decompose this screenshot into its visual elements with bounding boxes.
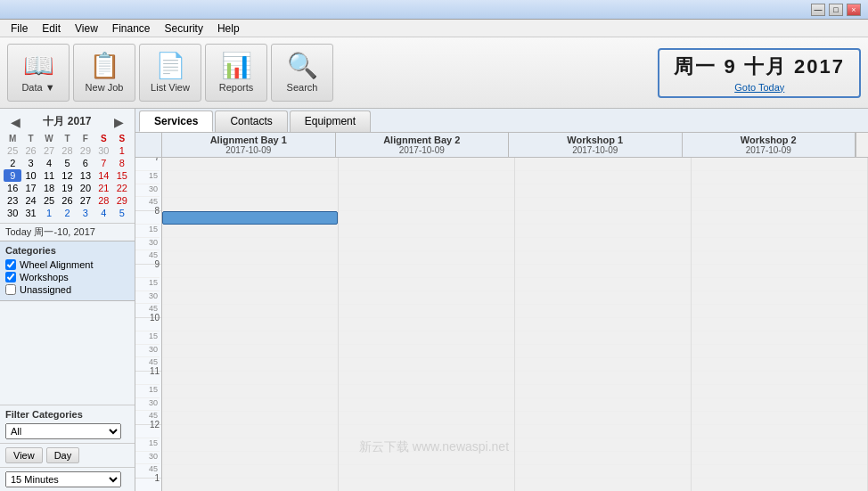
- calendar-day[interactable]: 28: [94, 194, 112, 207]
- quarter-slot[interactable]: [162, 305, 338, 318]
- quarter-slot[interactable]: [339, 225, 514, 238]
- quarter-slot[interactable]: [515, 251, 691, 265]
- quarter-slot[interactable]: [339, 479, 514, 491]
- calendar-day[interactable]: 3: [77, 207, 94, 219]
- quarter-slot[interactable]: [515, 238, 691, 251]
- calendar-day[interactable]: 29: [77, 144, 94, 157]
- quarter-slot[interactable]: [515, 438, 691, 452]
- calendar-day[interactable]: 12: [58, 169, 76, 182]
- hour-block[interactable]: [339, 158, 514, 211]
- calendar-day[interactable]: 21: [94, 182, 112, 194]
- hour-block[interactable]: [162, 425, 338, 479]
- quarter-slot[interactable]: [692, 278, 867, 291]
- bay-column-4[interactable]: [692, 158, 868, 491]
- quarter-slot[interactable]: [162, 358, 338, 372]
- quarter-slot[interactable]: [162, 452, 338, 465]
- calendar-day[interactable]: 2: [4, 157, 21, 169]
- quarter-slot[interactable]: [515, 198, 691, 211]
- quarter-slot[interactable]: [692, 318, 867, 331]
- calendar-day[interactable]: 27: [40, 144, 58, 157]
- quarter-slot[interactable]: [162, 278, 338, 291]
- quarter-slot[interactable]: [692, 425, 867, 438]
- category-unassigned[interactable]: Unassigned: [5, 284, 129, 295]
- hour-block[interactable]: [515, 265, 691, 318]
- calendar-day[interactable]: 8: [113, 157, 131, 169]
- calendar-day[interactable]: 5: [113, 207, 131, 219]
- quarter-slot[interactable]: [515, 425, 691, 438]
- calendar-day[interactable]: 4: [94, 207, 112, 219]
- hour-block[interactable]: [692, 479, 867, 491]
- hour-block[interactable]: [515, 479, 691, 491]
- calendar-day[interactable]: 15: [113, 169, 131, 182]
- quarter-slot[interactable]: [162, 158, 338, 171]
- quarter-slot[interactable]: [515, 158, 691, 171]
- quarter-slot[interactable]: [339, 158, 514, 171]
- quarter-slot[interactable]: [162, 265, 338, 278]
- quarter-slot[interactable]: [515, 291, 691, 305]
- calendar-day[interactable]: 1: [40, 207, 58, 219]
- quarter-slot[interactable]: [339, 265, 514, 278]
- calendar-day[interactable]: 6: [77, 157, 94, 169]
- bay-column-3[interactable]: [515, 158, 692, 491]
- quarter-slot[interactable]: [162, 225, 338, 238]
- quarter-slot[interactable]: [515, 225, 691, 238]
- quarter-slot[interactable]: [515, 372, 691, 385]
- quarter-slot[interactable]: [692, 412, 867, 425]
- calendar-day[interactable]: 16: [4, 182, 21, 194]
- tab-services[interactable]: Services: [139, 110, 213, 132]
- quarter-slot[interactable]: [339, 318, 514, 331]
- quarter-slot[interactable]: [339, 465, 514, 479]
- goto-today-button[interactable]: Goto Today: [734, 82, 784, 93]
- list-view-button[interactable]: 📄 List View: [139, 44, 201, 102]
- quarter-slot[interactable]: [162, 465, 338, 479]
- calendar-day[interactable]: 30: [94, 144, 112, 157]
- quarter-slot[interactable]: [515, 211, 691, 225]
- interval-select[interactable]: 15 Minutes 30 Minutes 60 Minutes: [5, 471, 121, 487]
- quarter-slot[interactable]: [692, 291, 867, 305]
- quarter-slot[interactable]: [692, 225, 867, 238]
- hour-block[interactable]: [339, 211, 514, 265]
- quarter-slot[interactable]: [339, 385, 514, 398]
- hour-block[interactable]: [339, 318, 514, 372]
- close-button[interactable]: ×: [847, 4, 861, 16]
- minimize-button[interactable]: —: [811, 4, 825, 16]
- calendar-day[interactable]: 26: [58, 194, 76, 207]
- calendar-day[interactable]: 4: [40, 157, 58, 169]
- hour-block[interactable]: [515, 372, 691, 425]
- calendar-day[interactable]: 11: [40, 169, 58, 182]
- quarter-slot[interactable]: [162, 398, 338, 412]
- data-button[interactable]: 📖 Data ▼: [7, 44, 70, 102]
- quarter-slot[interactable]: [162, 171, 338, 184]
- quarter-slot[interactable]: [692, 398, 867, 412]
- quarter-slot[interactable]: [515, 171, 691, 184]
- hour-block[interactable]: [162, 479, 338, 491]
- quarter-slot[interactable]: [692, 345, 867, 358]
- calendar-day[interactable]: 24: [21, 194, 39, 207]
- tab-equipment[interactable]: Equipment: [290, 110, 371, 132]
- calendar-day[interactable]: 18: [40, 182, 58, 194]
- calendar-day[interactable]: 17: [21, 182, 39, 194]
- quarter-slot[interactable]: [162, 198, 338, 211]
- hour-block[interactable]: [162, 158, 338, 211]
- hour-block[interactable]: [162, 372, 338, 425]
- calendar-prev-button[interactable]: ◀: [7, 115, 24, 129]
- quarter-slot[interactable]: [692, 158, 867, 171]
- menu-security[interactable]: Security: [158, 20, 210, 37]
- quarter-slot[interactable]: [339, 398, 514, 412]
- quarter-slot[interactable]: [515, 278, 691, 291]
- quarter-slot[interactable]: [339, 372, 514, 385]
- quarter-slot[interactable]: [692, 465, 867, 479]
- quarter-slot[interactable]: [339, 291, 514, 305]
- quarter-slot[interactable]: [515, 479, 691, 491]
- hour-block[interactable]: [339, 479, 514, 491]
- category-workshops-checkbox[interactable]: [5, 272, 16, 282]
- hour-block[interactable]: [692, 158, 867, 211]
- calendar-day[interactable]: 31: [21, 207, 39, 219]
- quarter-slot[interactable]: [515, 452, 691, 465]
- hour-block[interactable]: [515, 158, 691, 211]
- quarter-slot[interactable]: [515, 465, 691, 479]
- quarter-slot[interactable]: [339, 412, 514, 425]
- quarter-slot[interactable]: [162, 238, 338, 251]
- hour-block[interactable]: [162, 265, 338, 318]
- tab-contacts[interactable]: Contacts: [215, 110, 287, 132]
